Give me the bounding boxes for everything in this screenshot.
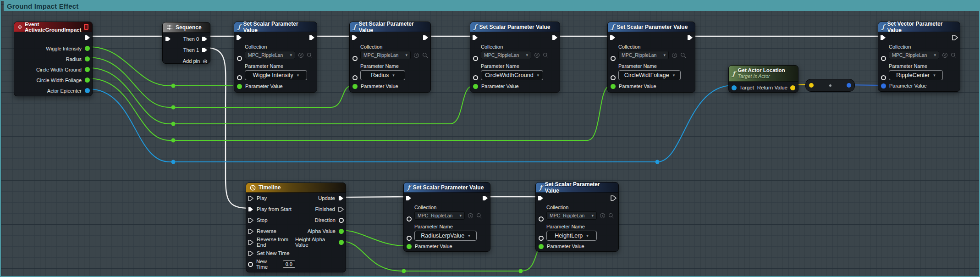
height-alpha-value-pin[interactable] xyxy=(339,240,344,245)
parameter-value-pin[interactable] xyxy=(473,84,478,89)
parameter-name-dropdown[interactable]: CircleWidthGround▾ xyxy=(481,70,543,80)
node-sequence[interactable]: Sequence Then 0 Then 1 Add pin ⊕ xyxy=(162,22,210,64)
circle-width-ground-pin[interactable] xyxy=(85,67,90,72)
collection-pin[interactable] xyxy=(237,56,242,61)
exec-out-pin[interactable] xyxy=(423,35,429,40)
then1-exec-pin[interactable] xyxy=(202,47,208,53)
blueprint-graph-canvas[interactable]: Event ActivateGroundImpact Wiggle Intens… xyxy=(0,0,980,277)
collection-pin[interactable] xyxy=(881,56,886,61)
parameter-name-dropdown[interactable]: RippleCenter▾ xyxy=(889,70,943,80)
collection-pin[interactable] xyxy=(473,56,478,61)
collection-dropdown[interactable]: MPC_RippleLan▾ xyxy=(618,51,669,59)
browse-icon[interactable] xyxy=(468,213,473,219)
parameter-value-pin[interactable] xyxy=(611,84,616,89)
parameter-value-pin[interactable] xyxy=(881,83,886,89)
search-icon[interactable] xyxy=(422,52,428,58)
node-set-scalar-height-lerp[interactable]: ƒ Set Scalar Parameter Value Collection … xyxy=(535,182,619,252)
circle-width-foliage-pin[interactable] xyxy=(85,78,90,83)
radius-pin[interactable] xyxy=(85,56,90,61)
direction-pin[interactable] xyxy=(339,218,344,223)
add-pin-button[interactable]: Add pin ⊕ xyxy=(183,58,208,64)
node-set-scalar-radius-lerp-value[interactable]: ƒ Set Scalar Parameter Value Collection … xyxy=(403,182,490,252)
search-icon[interactable] xyxy=(680,52,686,58)
exec-out-pin[interactable] xyxy=(687,35,693,40)
collection-pin[interactable] xyxy=(407,216,412,222)
return-value-pin[interactable] xyxy=(790,85,795,90)
search-icon[interactable] xyxy=(476,213,482,219)
parameter-name-pin[interactable] xyxy=(237,75,242,80)
set-new-time-exec-pin[interactable] xyxy=(248,251,253,256)
parameter-name-dropdown[interactable]: Wiggle Intensity▾ xyxy=(245,70,307,80)
parameter-name-pin[interactable] xyxy=(539,236,544,241)
browse-icon[interactable] xyxy=(672,52,677,58)
browse-icon[interactable] xyxy=(600,213,606,219)
collection-dropdown[interactable]: MPC_RippleLan▾ xyxy=(546,211,597,220)
vector-in-pin[interactable] xyxy=(809,83,814,88)
collection-pin[interactable] xyxy=(611,56,616,61)
exec-in-pin[interactable] xyxy=(352,35,358,40)
exec-in-pin[interactable] xyxy=(165,36,171,42)
update-exec-pin[interactable] xyxy=(338,196,344,201)
reverse-exec-pin[interactable] xyxy=(248,229,253,234)
collection-pin[interactable] xyxy=(352,56,358,61)
collection-dropdown[interactable]: MPC_RippleLan▾ xyxy=(481,51,531,59)
new-time-input[interactable]: 0.0 xyxy=(283,260,295,268)
exec-out-pin[interactable] xyxy=(84,35,90,40)
browse-icon[interactable] xyxy=(534,52,540,58)
node-vector-to-linearcolor-conversion[interactable] xyxy=(805,79,855,92)
node-set-scalar-radius[interactable]: ƒ Set Scalar Parameter Value Collection … xyxy=(349,22,431,93)
collection-dropdown[interactable]: MPC_RippleLan▾ xyxy=(245,51,295,59)
browse-icon[interactable] xyxy=(413,52,419,58)
node-timeline[interactable]: Timeline Play Play from Start Stop R xyxy=(246,183,346,272)
exec-out-pin[interactable] xyxy=(952,35,958,40)
collection-dropdown[interactable]: MPC_RippleLan▾ xyxy=(360,51,411,59)
wiggle-intensity-pin[interactable] xyxy=(85,46,90,51)
parameter-name-dropdown[interactable]: HeightLerp▾ xyxy=(546,231,597,241)
parameter-name-pin[interactable] xyxy=(352,75,358,80)
browse-icon[interactable] xyxy=(298,52,304,58)
node-set-scalar-wiggle-intensity[interactable]: ƒ Set Scalar Parameter Value Collection … xyxy=(234,22,317,93)
parameter-name-pin[interactable] xyxy=(881,75,886,80)
alpha-value-pin[interactable] xyxy=(339,229,344,234)
exec-in-pin[interactable] xyxy=(406,195,412,201)
parameter-name-pin[interactable] xyxy=(407,236,412,241)
node-set-scalar-circle-width-ground[interactable]: ƒ Set Scalar Parameter Value Collection … xyxy=(470,22,560,93)
exec-out-pin[interactable] xyxy=(482,195,488,201)
browse-icon[interactable] xyxy=(942,52,948,58)
stop-exec-pin[interactable] xyxy=(248,218,253,223)
finished-exec-pin[interactable] xyxy=(338,207,344,212)
exec-out-pin[interactable] xyxy=(611,195,617,201)
search-icon[interactable] xyxy=(543,52,549,58)
parameter-value-pin[interactable] xyxy=(539,244,544,249)
search-icon[interactable] xyxy=(608,213,614,219)
node-set-vector-ripple-center[interactable]: ƒ Set Vector Parameter Value Collection … xyxy=(878,22,960,92)
search-icon[interactable] xyxy=(951,52,957,58)
parameter-name-dropdown[interactable]: RadiusLerpValue▾ xyxy=(414,231,477,241)
node-get-actor-location[interactable]: ƒ Get Actor Location Target is Actor Tar… xyxy=(728,65,798,93)
exec-out-pin[interactable] xyxy=(309,35,315,40)
target-pin[interactable] xyxy=(732,85,737,90)
search-icon[interactable] xyxy=(307,52,313,58)
parameter-name-pin[interactable] xyxy=(611,75,616,80)
then0-exec-pin[interactable] xyxy=(202,36,208,42)
parameter-value-pin[interactable] xyxy=(352,84,358,89)
exec-in-pin[interactable] xyxy=(472,35,478,40)
node-event-activate-ground-impact[interactable]: Event ActivateGroundImpact Wiggle Intens… xyxy=(14,22,93,96)
parameter-name-dropdown[interactable]: CircleWidtFoliage▾ xyxy=(618,70,681,80)
reverse-from-end-exec-pin[interactable] xyxy=(248,240,253,245)
parameter-value-pin[interactable] xyxy=(407,244,412,249)
exec-in-pin[interactable] xyxy=(236,35,242,40)
exec-in-pin[interactable] xyxy=(880,35,886,40)
exec-out-pin[interactable] xyxy=(552,35,558,40)
collection-dropdown[interactable]: MPC_RippleLan▾ xyxy=(889,51,939,59)
play-from-start-exec-pin[interactable] xyxy=(248,207,253,212)
new-time-pin[interactable] xyxy=(248,262,253,267)
play-exec-pin[interactable] xyxy=(248,196,253,201)
parameter-name-dropdown[interactable]: Radius▾ xyxy=(360,70,405,80)
parameter-value-pin[interactable] xyxy=(237,84,242,89)
linearcolor-out-pin[interactable] xyxy=(847,83,851,88)
collection-dropdown[interactable]: MPC_RippleLan▾ xyxy=(414,211,465,220)
node-set-scalar-circle-width-foliage[interactable]: ƒ Set Scalar Parameter Value Collection … xyxy=(607,22,695,93)
exec-in-pin[interactable] xyxy=(538,195,544,201)
exec-in-pin[interactable] xyxy=(610,35,616,40)
